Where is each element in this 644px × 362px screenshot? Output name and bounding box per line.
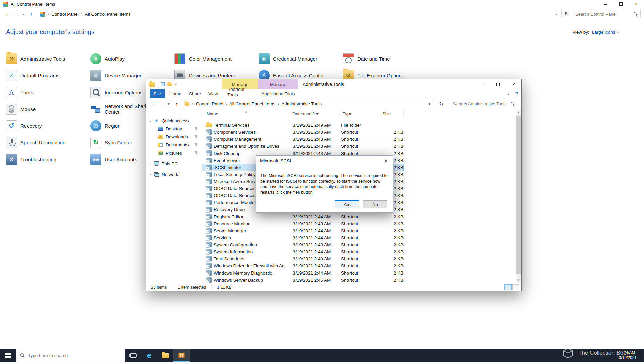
no-button[interactable]: No xyxy=(363,200,387,208)
ribbon-collapse-icon[interactable]: ∨ xyxy=(507,92,510,96)
nav-item[interactable]: › This PC xyxy=(146,160,202,168)
control-panel-item[interactable]: Recovery xyxy=(6,118,88,133)
forward-button[interactable]: → xyxy=(158,99,166,108)
nav-item[interactable]: Downloads xyxy=(146,133,202,141)
file-row[interactable]: Windows Server Backup 3/19/2021 2:45 AM … xyxy=(202,277,404,283)
file-row[interactable]: Terminal Services 3/19/2021 2:49 AM File… xyxy=(202,122,404,129)
file-type: Shortcut xyxy=(341,143,358,150)
breadcrumb-item[interactable]: ›All Control Panel Items xyxy=(223,100,275,108)
refresh-button[interactable]: ↻ xyxy=(437,100,446,108)
control-panel-item[interactable]: Date and Time xyxy=(343,51,425,66)
control-panel-item[interactable]: Troubleshooting xyxy=(6,152,88,167)
control-panel-item[interactable]: Default Programs xyxy=(6,68,88,83)
file-explorer-button[interactable] xyxy=(157,349,173,362)
taskbar-search[interactable] xyxy=(16,349,125,362)
ribbon-tab[interactable]: View xyxy=(205,89,222,98)
yes-button[interactable]: Yes xyxy=(335,200,359,208)
file-row[interactable]: Component Services 3/19/2021 2:43 AM Sho… xyxy=(202,129,404,136)
address-bar[interactable]: ›Control Panel›All Control Panel Items›A… xyxy=(182,100,434,108)
help-button[interactable]: ? xyxy=(515,91,518,96)
qat-customize-icon[interactable]: ▾ xyxy=(175,83,177,86)
file-row[interactable]: Services 3/19/2021 2:44 AM Shortcut 2 KB xyxy=(202,234,404,241)
column-header[interactable]: Name xyxy=(204,110,290,118)
column-header[interactable]: Size xyxy=(382,110,404,118)
column-header[interactable]: Date modified xyxy=(290,110,340,118)
search-input[interactable] xyxy=(453,101,510,106)
column-header[interactable]: Type xyxy=(340,110,382,118)
nav-item[interactable]: Documents xyxy=(146,141,202,149)
qat-new-folder-icon[interactable] xyxy=(168,82,172,86)
minimize-button[interactable]: – xyxy=(475,79,490,89)
view-toggle-icons[interactable] xyxy=(512,284,519,290)
breadcrumb-item[interactable]: ›Control Panel xyxy=(190,100,223,108)
breadcrumb: ›Control Panel›All Control Panel Items›A… xyxy=(190,100,322,108)
file-row[interactable]: Resource Monitor 3/19/2021 2:43 AM Short… xyxy=(202,220,404,227)
qat-properties-icon[interactable] xyxy=(161,82,165,86)
nav-item[interactable]: › Network xyxy=(146,170,202,178)
file-row[interactable]: Windows Defender Firewall with Advanced … xyxy=(202,262,404,269)
control-panel-item[interactable]: Credential Manager xyxy=(259,51,341,66)
tab-file[interactable]: File xyxy=(150,89,165,98)
control-panel-item[interactable]: Speech Recognition xyxy=(6,135,88,150)
control-panel-item-label: Speech Recognition xyxy=(20,140,65,145)
control-panel-item[interactable]: Fonts xyxy=(6,85,88,100)
file-type: Shortcut xyxy=(341,255,358,262)
tab-application-tools[interactable]: Application Tools xyxy=(258,89,298,98)
file-row[interactable]: Defragment and Optimize Drives 3/19/2021… xyxy=(202,143,404,150)
file-size: 2 KB xyxy=(382,234,404,241)
file-row[interactable]: Task Scheduler 3/19/2021 2:43 AM Shortcu… xyxy=(202,255,404,262)
control-panel-taskbar-button[interactable] xyxy=(173,349,190,362)
ribbon-tab[interactable]: Share xyxy=(185,89,205,98)
close-button[interactable]: × xyxy=(506,79,521,89)
file-row[interactable]: Windows Memory Diagnostic 3/19/2021 2:44… xyxy=(202,269,404,277)
nav-expand-icon[interactable]: ∨ xyxy=(148,119,153,123)
scrollbar-thumb[interactable] xyxy=(516,116,521,274)
file-size: 2 KB xyxy=(382,269,404,277)
file-row[interactable]: Registry Editor 3/19/2021 2:44 AM Shortc… xyxy=(202,213,404,220)
nav-item[interactable]: Pictures xyxy=(146,149,202,157)
breadcrumb-item[interactable]: ›Administrative Tools xyxy=(275,100,322,108)
control-panel-item[interactable]: Administrative Tools xyxy=(6,51,88,66)
scrollbar[interactable]: ▴ ▾ xyxy=(516,110,521,283)
explorer-navigation-bar: ← → ▾ ↑ ›Control Panel›All Control Panel… xyxy=(146,98,521,109)
control-panel-item[interactable]: AutoPlay xyxy=(90,51,172,66)
explorer-app-icon xyxy=(149,82,155,87)
file-row[interactable]: Server Manager 3/19/2021 2:44 AM Shortcu… xyxy=(202,227,404,234)
address-dropdown-icon[interactable]: ▾ xyxy=(427,102,432,106)
nav-item-icon xyxy=(154,161,159,166)
ribbon-tab[interactable]: Home xyxy=(166,89,185,98)
edge-button[interactable]: e xyxy=(141,349,157,362)
file-row[interactable]: System Information 3/19/2021 2:44 AM Sho… xyxy=(202,248,404,255)
tab-shortcut-tools[interactable]: Shortcut Tools xyxy=(222,89,258,95)
manage-header-application-tools[interactable]: Manage xyxy=(258,79,298,89)
file-type: File folder xyxy=(341,122,361,129)
file-row[interactable]: Computer Management 3/19/2021 2:43 AM Sh… xyxy=(202,136,404,143)
status-selected-count: 1 item selected xyxy=(172,285,212,290)
show-desktop-button[interactable] xyxy=(642,349,644,362)
nav-expand-icon[interactable]: › xyxy=(148,162,153,166)
nav-item[interactable]: Desktop xyxy=(146,125,202,133)
explorer-search-box[interactable] xyxy=(451,100,517,108)
recent-locations-dropdown-icon[interactable]: ▾ xyxy=(166,99,172,108)
scroll-up-icon[interactable]: ▴ xyxy=(516,110,521,115)
nav-item[interactable]: ∨ Quick access xyxy=(146,117,202,125)
control-panel-item-icon xyxy=(90,70,101,81)
up-button[interactable]: ↑ xyxy=(172,99,181,108)
dialog-close-button[interactable]: × xyxy=(379,156,393,166)
dialog-title: Microsoft iSCSI xyxy=(256,156,393,166)
file-row[interactable]: System Configuration 3/19/2021 2:43 AM S… xyxy=(202,241,404,248)
control-panel-item[interactable]: Color Management xyxy=(174,51,257,66)
tray-clock[interactable]: 9:24 AM 3/19/2021 xyxy=(613,350,642,360)
nav-expand-icon[interactable]: › xyxy=(148,173,153,176)
maximize-button[interactable] xyxy=(490,79,506,89)
task-view-button[interactable] xyxy=(125,349,141,362)
file-type: Shortcut xyxy=(341,136,358,143)
file-icon xyxy=(206,165,212,170)
scroll-down-icon[interactable]: ▾ xyxy=(516,277,521,283)
view-toggle-details[interactable] xyxy=(504,284,512,290)
taskbar-search-input[interactable] xyxy=(28,353,121,358)
start-button[interactable] xyxy=(0,349,16,362)
control-panel-item[interactable]: Mouse xyxy=(6,102,88,116)
control-panel-item-icon xyxy=(90,87,101,98)
back-button[interactable]: ← xyxy=(150,99,158,108)
